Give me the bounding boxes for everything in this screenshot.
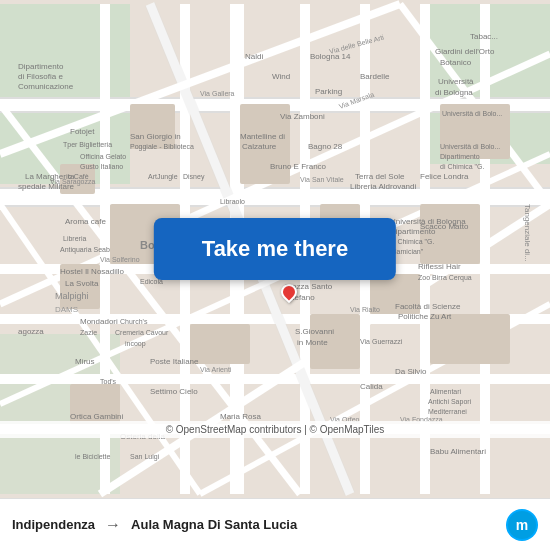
svg-text:Parking: Parking [315,87,342,96]
svg-text:Via Gallera: Via Gallera [200,90,235,97]
svg-text:Via Zamboni: Via Zamboni [280,112,325,121]
svg-text:m: m [516,516,528,532]
moovit-logo: m [506,509,538,541]
svg-text:Tabac...: Tabac... [470,32,498,41]
svg-text:Settimo Cielo: Settimo Cielo [150,387,198,396]
svg-rect-41 [430,314,510,364]
svg-text:Poste Italiane: Poste Italiane [150,357,199,366]
svg-text:in Monte: in Monte [297,338,328,347]
svg-text:Bruno E Franco: Bruno E Franco [270,162,327,171]
svg-text:Babu Alimentari: Babu Alimentari [430,447,486,456]
svg-text:Maria Rosa: Maria Rosa [220,412,261,421]
svg-text:Via Arienti: Via Arienti [200,366,232,373]
svg-text:di Bologna: di Bologna [435,88,473,97]
svg-text:Hostel Il Nosadillo: Hostel Il Nosadillo [60,267,125,276]
svg-text:Via Solferino: Via Solferino [100,256,140,263]
svg-text:Tangenziale di...: Tangenziale di... [523,204,532,262]
svg-text:Libraolo: Libraolo [220,198,245,205]
app: Via Gallera Via Saragozza Via San Vitale… [0,0,550,550]
svg-text:Calzature: Calzature [242,142,277,151]
svg-text:Fotojet: Fotojet [70,127,95,136]
svg-text:di Chimica "G.: di Chimica "G. [440,163,485,170]
svg-text:Università: Università [438,77,474,86]
moovit-icon: m [506,509,538,541]
svg-text:ArtJungle: ArtJungle [148,173,178,181]
svg-text:Via Guerrazzi: Via Guerrazzi [360,338,403,345]
arrow-icon: → [105,516,121,534]
svg-text:Tper Biglietteria: Tper Biglietteria [63,141,112,149]
svg-text:S.Giovanni: S.Giovanni [295,327,334,336]
svg-text:Zu Art: Zu Art [430,312,452,321]
svg-text:Malpighi: Malpighi [55,291,89,301]
svg-text:Mantelline di: Mantelline di [240,132,285,141]
svg-text:Antiquaria Seab: Antiquaria Seab [60,246,110,254]
svg-text:Dipartimento: Dipartimento [440,153,480,161]
svg-text:Botanico: Botanico [440,58,472,67]
svg-text:Mondadori: Mondadori [80,317,118,326]
svg-text:Libreria: Libreria [63,235,86,242]
bottom-bar: Indipendenza → Aula Magna Di Santa Lucia… [0,498,550,550]
svg-text:le Biciclette: le Biciclette [75,453,111,460]
svg-text:Politiche: Politiche [398,312,429,321]
svg-text:Poggiale - Biblioteca: Poggiale - Biblioteca [130,143,194,151]
location-pin [281,284,297,300]
svg-text:Zoo  Birra Cerqua: Zoo Birra Cerqua [418,274,472,282]
svg-text:Calida: Calida [360,382,383,391]
svg-text:agozza: agozza [18,327,44,336]
svg-text:DAMS: DAMS [55,305,78,314]
svg-text:Naldi: Naldi [245,52,263,61]
svg-text:Ortica Gambini: Ortica Gambini [70,412,124,421]
svg-text:Officina Gelato: Officina Gelato [80,153,126,160]
svg-text:Cremeria Cavour: Cremeria Cavour [115,329,169,336]
svg-text:Via Rialto: Via Rialto [350,306,380,313]
svg-text:Scacco Matto: Scacco Matto [420,222,469,231]
svg-text:Mediterranei: Mediterranei [428,408,467,415]
destination-label: Aula Magna Di Santa Lucia [131,517,297,532]
svg-text:San Luigi: San Luigi [130,453,160,461]
svg-text:incoop: incoop [125,340,146,348]
svg-text:Aroma cafe: Aroma cafe [65,217,106,226]
svg-text:Bardelle: Bardelle [360,72,390,81]
svg-text:Antichi Sapori: Antichi Sapori [428,398,472,406]
svg-text:Da Silvio: Da Silvio [395,367,427,376]
svg-text:Università di Bolo...: Università di Bolo... [442,110,502,117]
map-container: Via Gallera Via Saragozza Via San Vitale… [0,0,550,498]
svg-text:Riflessi Hair: Riflessi Hair [418,262,461,271]
svg-text:Mirus: Mirus [75,357,95,366]
svg-text:Zazie: Zazie [80,329,97,336]
svg-text:Comunicazione: Comunicazione [18,82,74,91]
svg-text:Terra del Sole: Terra del Sole [355,172,405,181]
svg-text:di Filosofia e: di Filosofia e [18,72,63,81]
svg-text:Disney: Disney [183,173,205,181]
svg-text:Facoltà di Scienze: Facoltà di Scienze [395,302,461,311]
svg-text:Felice   Londra: Felice Londra [420,172,469,181]
svg-text:San Giorgio in: San Giorgio in [130,132,181,141]
svg-text:Bagno 28: Bagno 28 [308,142,343,151]
svg-text:di Chimica "G.: di Chimica "G. [390,238,435,245]
svg-text:Università di Bolo...: Università di Bolo... [440,143,500,150]
svg-text:Wind: Wind [272,72,290,81]
map-attribution: © OpenStreetMap contributors | © OpenMap… [0,421,550,438]
svg-text:Tod's: Tod's [100,378,117,385]
take-me-there-button[interactable]: Take me there [154,218,396,280]
svg-text:Dipartimento: Dipartimento [18,62,64,71]
svg-text:Alimentari: Alimentari [430,388,462,395]
origin-label: Indipendenza [12,517,95,532]
svg-text:Church's: Church's [120,318,148,325]
svg-text:La Svolta: La Svolta [65,279,99,288]
svg-rect-35 [190,324,250,364]
svg-text:Giardini dell'Orto: Giardini dell'Orto [435,47,495,56]
svg-text:spedale Militare: spedale Militare [18,182,75,191]
svg-text:o Cafè: o Cafè [68,173,89,180]
svg-text:Libreria Aldrovandi: Libreria Aldrovandi [350,182,416,191]
svg-text:Via San Vitale: Via San Vitale [300,176,344,183]
svg-text:Gusto Italiano: Gusto Italiano [80,163,123,170]
